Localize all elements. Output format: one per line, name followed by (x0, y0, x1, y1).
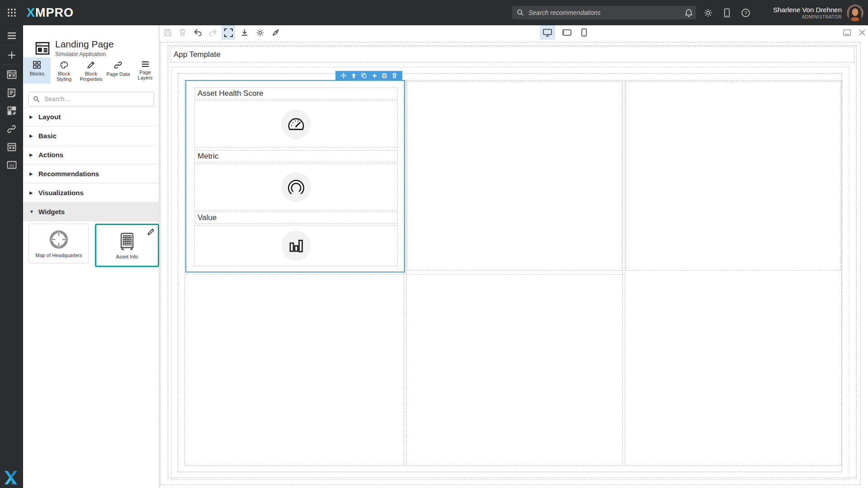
section-layout[interactable]: ▶ Layout (23, 107, 159, 127)
notifications-button[interactable] (684, 8, 693, 18)
panel-tabs: Blocks Block Styling Block Properties (24, 57, 159, 84)
chevron-right-icon: ▶ (29, 133, 34, 138)
section-recommendations[interactable]: ▶ Recommendations (23, 164, 159, 183)
desktop-icon (543, 29, 552, 37)
tab-label: Blocks (30, 71, 44, 76)
mobile-preview-button[interactable] (723, 8, 731, 18)
chevron-right-icon: ▶ (29, 171, 34, 176)
column-2-placeholder-block[interactable] (407, 81, 622, 271)
delete-button[interactable] (175, 25, 189, 40)
rail-data-tables-button[interactable] (0, 138, 23, 156)
user-role: ADMINISTRATOR (802, 14, 842, 19)
blocks-search[interactable] (28, 92, 154, 106)
section-basic[interactable]: ▶ Basic (23, 127, 159, 145)
selected-widget-group-block[interactable]: Asset Health Score (185, 80, 405, 272)
left-rail: (x) (0, 25, 23, 488)
section-label: Basic (38, 132, 57, 140)
svg-text:?: ? (744, 10, 747, 15)
preview-mobile-button[interactable] (576, 25, 592, 40)
column-3-placeholder-block[interactable] (626, 81, 841, 271)
tab-page-layers[interactable]: Page Layers (132, 57, 159, 84)
widget-block-gauge[interactable] (194, 101, 398, 148)
help-button[interactable]: ? (741, 8, 750, 18)
tab-block-properties[interactable]: Block Properties (78, 57, 105, 84)
preview-tablet-button[interactable] (559, 25, 575, 40)
page-subtitle: Simulator Application (55, 51, 114, 57)
rail-add-button[interactable] (0, 46, 23, 64)
rail-forms-button[interactable] (0, 84, 23, 102)
section-label: Visualizations (38, 189, 84, 197)
app-switcher-button[interactable] (0, 0, 23, 25)
download-button[interactable] (238, 25, 251, 40)
undo-button[interactable] (191, 25, 205, 40)
widget-icon-bg (281, 109, 311, 139)
section-label: Widgets (38, 208, 65, 216)
text-block-metric[interactable]: Metric (194, 150, 398, 162)
tab-label: Block Styling (51, 71, 78, 82)
save-button[interactable] (161, 25, 175, 40)
xmpro-logo: XMPRO (27, 6, 74, 20)
recommendations-search[interactable] (512, 6, 696, 19)
chevron-right-icon: ▶ (29, 114, 34, 119)
design-canvas[interactable]: App Template (160, 40, 868, 488)
gear-icon (703, 8, 713, 18)
copy-icon (361, 73, 367, 78)
blocks-search-input[interactable] (43, 95, 150, 103)
download-icon (241, 28, 249, 37)
widget-list: Map of Headquarters Asset Info (23, 224, 159, 267)
duplicate-block-button[interactable] (361, 73, 367, 78)
arrow-up-icon (351, 73, 356, 78)
variables-icon: (x) (7, 161, 17, 169)
avatar[interactable] (847, 5, 863, 21)
edit-pencil-icon[interactable] (147, 228, 155, 235)
widget-block-bar-chart[interactable] (194, 225, 398, 266)
section-widgets[interactable]: ▼ Widgets (23, 202, 159, 221)
close-designer-button[interactable] (855, 25, 868, 40)
delete-block-button[interactable] (392, 73, 397, 78)
trash-icon (392, 73, 397, 78)
rail-app-designer-button[interactable] (0, 66, 23, 84)
publish-button[interactable] (269, 25, 283, 40)
tab-blocks[interactable]: Blocks (24, 57, 51, 84)
widget-icon-bg (281, 172, 311, 202)
section-label: Layout (38, 113, 61, 121)
move-up-button[interactable] (351, 73, 356, 78)
chevron-right-icon: ▶ (29, 152, 34, 157)
settings-button[interactable] (703, 8, 713, 18)
preview-desktop-button[interactable] (540, 25, 555, 40)
add-block-button[interactable] (372, 73, 377, 78)
dock-panel-button[interactable] (840, 25, 854, 40)
bar-chart-icon (288, 238, 304, 253)
layers-icon (142, 61, 149, 67)
move-block-button[interactable] (341, 73, 346, 78)
text-block-value[interactable]: Value (194, 211, 398, 224)
rail-menu-button[interactable] (0, 27, 23, 45)
text-block-asset-health-score[interactable]: Asset Health Score (194, 87, 398, 99)
xmpro-footer-logo[interactable] (4, 471, 18, 484)
section-actions[interactable]: ▶ Actions (23, 145, 159, 164)
bell-icon (684, 8, 693, 18)
page-icon (35, 42, 50, 55)
redo-icon (208, 29, 217, 36)
rail-blocks-button[interactable] (0, 102, 23, 120)
section-visualizations[interactable]: ▶ Visualizations (23, 183, 159, 202)
tab-page-data[interactable]: Page Data (104, 57, 132, 84)
rail-variables-button[interactable]: (x) (0, 156, 23, 174)
rail-connections-button[interactable] (0, 120, 23, 138)
save-block-button[interactable] (382, 73, 387, 78)
redo-button[interactable] (206, 25, 220, 40)
select-tool-button[interactable] (222, 25, 235, 40)
widget-card-map-of-headquarters[interactable]: Map of Headquarters (28, 224, 89, 263)
tab-block-styling[interactable]: Block Styling (51, 57, 78, 84)
selected-block-toolbar (335, 71, 402, 80)
page-settings-button[interactable] (253, 25, 267, 40)
template-title-text: App Template (170, 47, 854, 62)
widget-block-radial-gauge[interactable] (194, 164, 398, 210)
widget-card-asset-info[interactable]: Asset Info (95, 224, 159, 267)
forms-page-icon (7, 88, 16, 97)
page-title: Landing Page (55, 39, 114, 50)
move-icon (341, 73, 346, 78)
template-title-block[interactable]: App Template (170, 47, 854, 62)
search-recommendations-input[interactable] (528, 9, 692, 17)
block-categories: ▶ Layout ▶ Basic ▶ Actions ▶ Recommendat… (23, 107, 159, 221)
